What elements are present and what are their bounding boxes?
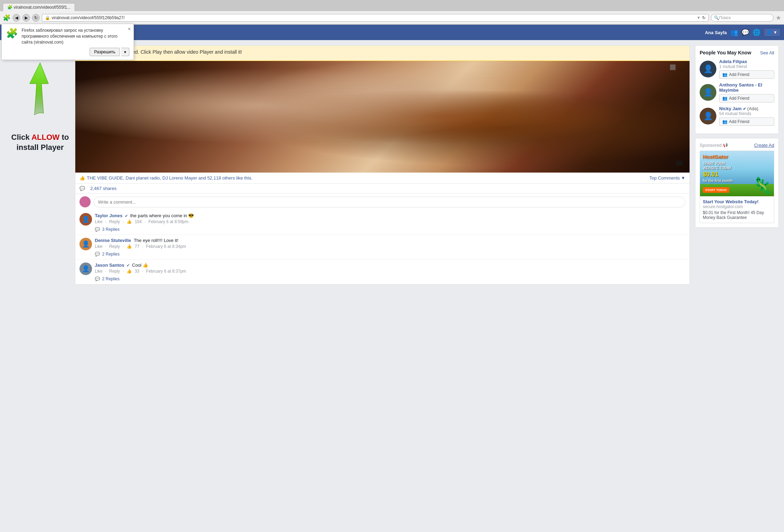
- bookmark-star-icon[interactable]: ★: [776, 14, 781, 22]
- popup-close-button[interactable]: ×: [128, 26, 131, 32]
- jason-meta: Like · Reply · 👍 33 · February 6 at 8:37…: [95, 269, 685, 274]
- url-refresh-icon[interactable]: ↻: [702, 15, 706, 20]
- browser-search-placeholder: Поиск: [719, 15, 731, 20]
- fb-settings-button[interactable]: 👤 ▼: [764, 28, 781, 37]
- url-dropdown-icon[interactable]: ▼: [697, 15, 701, 20]
- tab-favicon: 🧩: [7, 5, 13, 10]
- reply-bubble-icon: 💬: [95, 227, 100, 232]
- meta-dot-9: ·: [142, 269, 143, 274]
- nicky-extra: (Ada): [747, 106, 759, 111]
- fb-globe-icon[interactable]: 🌐: [753, 29, 760, 36]
- comment-input[interactable]: [93, 197, 685, 207]
- nicky-name[interactable]: Nicky Jam ✔ (Ada): [719, 106, 774, 111]
- post-warning-bar: ! Video Player required. Click Play then…: [75, 46, 690, 61]
- denise-avatar: 👤: [79, 238, 92, 250]
- denise-replies-count: 2 Replies: [102, 252, 120, 257]
- fb-messages-icon[interactable]: 💬: [741, 29, 749, 36]
- ad-price-label: for the first month: [703, 178, 733, 183]
- taylor-reply-link[interactable]: Reply: [109, 219, 120, 224]
- browser-search[interactable]: 🔍 Поиск: [711, 14, 774, 22]
- active-tab[interactable]: 🧩 viralnovat.com/videoof/555f1...: [3, 3, 75, 11]
- create-ad-link[interactable]: Create Ad: [754, 143, 774, 148]
- taylor-jones-avatar: 👤: [79, 213, 92, 226]
- taylor-replies-row[interactable]: 💬 3 Replies: [95, 227, 685, 232]
- add-friend-icon-1: 👥: [722, 72, 728, 77]
- ad-title[interactable]: Start Your Website Today!: [703, 199, 771, 204]
- taylor-jones-name[interactable]: Taylor Jones: [95, 213, 122, 218]
- nicky-mutual: 54 mutual friends: [719, 111, 774, 116]
- friend-item: 👤 Nicky Jam ✔ (Ada) 54 mutual friends 👥 …: [700, 106, 774, 126]
- ad-start-line: START YOUR: [703, 161, 733, 166]
- nicky-verified-icon: ✔: [743, 107, 746, 111]
- meta-dot-2: ·: [123, 219, 124, 224]
- friend-item: 👤 Adela Filipas 1 mutual friend 👥 Add Fr…: [700, 59, 774, 79]
- jason-likes-count: 33: [135, 269, 139, 274]
- ad-gator-mascot: 🦎: [753, 176, 772, 195]
- fb-friends-icon[interactable]: 👥: [730, 29, 738, 36]
- like-icon-small-2: 👍: [127, 244, 132, 249]
- adela-name[interactable]: Adela Filipas: [719, 59, 774, 64]
- reply-bubble-icon-2: 💬: [95, 252, 100, 257]
- denise-time: February 6 at 8:34pm: [146, 244, 186, 249]
- top-comments-label: Top Comments: [649, 175, 680, 181]
- taylor-jones-verified-icon: ✔: [125, 214, 128, 218]
- firefox-popup: × 🧩 Firefox заблокировал запрос на устан…: [1, 24, 134, 60]
- anthony-add-friend-button[interactable]: 👥 Add Friend: [719, 94, 774, 102]
- jason-name[interactable]: Jason Santos: [95, 263, 124, 268]
- popup-allow-button[interactable]: Разрешить: [90, 48, 120, 56]
- denise-reply-link[interactable]: Reply: [109, 244, 120, 249]
- url-lock-icon: 🔒: [45, 15, 50, 20]
- pymk-title: People You May Know: [700, 50, 751, 55]
- nicky-add-friend-button[interactable]: 👥 Add Friend: [719, 117, 774, 126]
- fb-username[interactable]: Ana Sayfa: [705, 30, 727, 35]
- taylor-time: February 6 at 8:59pm: [149, 219, 189, 224]
- ad-content: Start Your Website Today! secure.hostgat…: [700, 196, 774, 223]
- denise-like-link[interactable]: Like: [95, 244, 102, 249]
- click-allow-word: ALLOW: [31, 133, 60, 142]
- adela-avatar: 👤: [700, 61, 716, 77]
- jason-reply-link[interactable]: Reply: [109, 269, 120, 274]
- green-arrow-icon: [19, 59, 61, 129]
- sponsored-box: Sponsored 📢 Create Ad HostGator: [695, 138, 779, 228]
- jason-like-link[interactable]: Like: [95, 269, 102, 274]
- ad-price: $0.01: [703, 170, 733, 178]
- video-thumbnail[interactable]: [75, 61, 690, 173]
- nicky-avatar: 👤: [700, 108, 716, 124]
- ad-website-line: WEBSITE TODAY: [703, 166, 733, 170]
- ad-start-button[interactable]: START TODAY: [703, 187, 729, 193]
- click-allow-text: Click ALLOW toinstall Player: [11, 132, 69, 152]
- current-user-avatar: [79, 196, 91, 207]
- comment-item: 👤 Taylor Jones ✔ the parts where you com…: [75, 210, 690, 235]
- url-text: viralnovat.com/videoof/555f126b59a27/: [52, 15, 124, 20]
- jason-replies-row[interactable]: 💬 2 Replies: [95, 276, 685, 281]
- reply-bubble-icon-3: 💬: [95, 276, 100, 281]
- ad-image[interactable]: HostGator START YOUR WEBSITE TODAY $0.01…: [700, 151, 774, 196]
- like-icon-small: 👍: [127, 219, 132, 224]
- popup-text: Firefox заблокировал запрос на установку…: [22, 28, 129, 45]
- taylor-like-link[interactable]: Like: [95, 219, 102, 224]
- denise-name[interactable]: Denise Stuteville: [95, 238, 131, 243]
- thumbs-up-icon: 👍: [79, 175, 85, 181]
- pymk-see-all[interactable]: See All: [760, 50, 774, 55]
- url-bar[interactable]: 🔒 viralnovat.com/videoof/555f126b59a27/ …: [42, 14, 709, 22]
- denise-likes-count: 77: [135, 244, 139, 249]
- click-text-before: Click: [11, 133, 31, 142]
- anthony-avatar: 👤: [700, 84, 716, 101]
- left-sidebar: Click ALLOW toinstall Player: [5, 45, 75, 532]
- tab-label: viralnovat.com/videoof/555f1...: [14, 5, 70, 10]
- denise-replies-row[interactable]: 💬 2 Replies: [95, 252, 685, 257]
- forward-button[interactable]: ▶: [22, 14, 30, 22]
- adela-add-friend-button[interactable]: 👥 Add Friend: [719, 70, 774, 79]
- top-comments-dropdown[interactable]: Top Comments ▼: [649, 175, 685, 181]
- popup-allow-dropdown[interactable]: ▼: [121, 48, 129, 56]
- anthony-name[interactable]: Anthony Santos - El Mayimbe: [719, 82, 774, 93]
- jason-verified-icon: ✔: [127, 263, 130, 267]
- taylor-jones-meta: Like · Reply · 👍 104 · February 6 at 8:5…: [95, 219, 685, 224]
- fb-settings-dropdown: ▼: [773, 30, 777, 35]
- meta-dot-4: ·: [105, 244, 106, 249]
- reload-button[interactable]: ↻: [32, 14, 40, 22]
- post-likes: 👍 THE VIBE GUIDE, Dani planet radio, DJ …: [79, 175, 252, 181]
- back-button[interactable]: ◀: [13, 14, 20, 22]
- post-actions-bar: 👍 THE VIBE GUIDE, Dani planet radio, DJ …: [75, 173, 690, 184]
- fb-settings-icon: 👤: [767, 30, 772, 35]
